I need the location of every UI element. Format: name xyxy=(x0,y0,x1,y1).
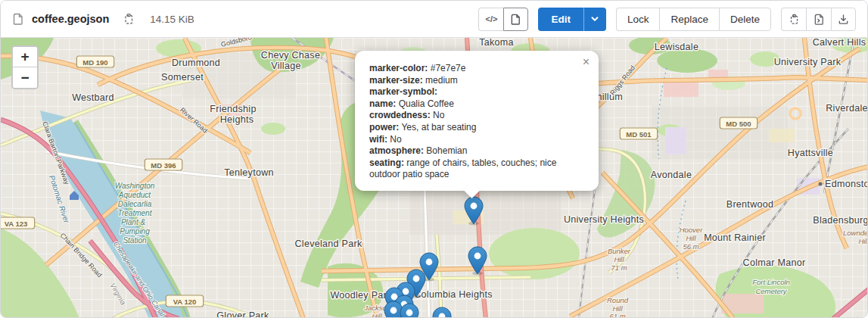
map-label: Somerset xyxy=(161,72,204,83)
map-label: Lowndes xyxy=(843,229,867,237)
map-label: Hyattsville xyxy=(788,148,833,158)
map-label: Chevy Chase xyxy=(261,50,320,61)
zoom-control: + − xyxy=(11,45,39,89)
popup-property: marker-color: #7e7e7e xyxy=(369,63,584,75)
marker-hole xyxy=(471,203,478,210)
map-label: Hoover xyxy=(680,226,703,234)
map-label: Tenleytown xyxy=(224,167,274,178)
map-label: Fort Lincoln xyxy=(752,278,790,286)
marker-hole xyxy=(426,259,433,266)
map-label: Washington xyxy=(115,182,155,190)
download-button[interactable] xyxy=(831,8,856,31)
popup-properties: marker-color: #7e7e7emarker-size: medium… xyxy=(369,63,584,181)
map-label: Riverdale xyxy=(826,103,867,114)
download-icon xyxy=(838,14,849,25)
map-label: Takoma xyxy=(479,38,514,48)
map-popup: × marker-color: #7e7e7emarker-size: medi… xyxy=(355,51,599,191)
chevron-down-icon xyxy=(590,14,599,23)
map-label: Brentwood xyxy=(726,199,773,210)
rendered-view-button[interactable] xyxy=(503,8,528,31)
filename: coffee.geojson xyxy=(32,13,109,25)
map-label: University Heights xyxy=(564,214,644,225)
file-actions-group: Lock Replace Delete xyxy=(616,8,771,31)
edit-dropdown-button[interactable] xyxy=(583,8,606,31)
map-label: Dalecarlia xyxy=(118,200,152,208)
popup-property: atmosphere: Bohemian xyxy=(369,145,584,157)
popup-property: crowdedness: No xyxy=(369,110,584,122)
code-view-button[interactable]: </> xyxy=(478,8,503,31)
snippet-card: coffee.geojson 14.15 KiB </> xyxy=(0,0,868,318)
map-label: Mount Rainier xyxy=(704,232,766,243)
popup-close-button[interactable]: × xyxy=(580,54,593,70)
clipboard-icon xyxy=(123,13,135,25)
map-label: Columbia Heights xyxy=(414,289,492,300)
zoom-out-button[interactable]: − xyxy=(13,67,37,88)
map-label: University Park xyxy=(774,57,842,67)
map-label: Lewisdale xyxy=(655,42,698,52)
delete-button[interactable]: Delete xyxy=(719,8,771,31)
map-marker-pin[interactable] xyxy=(384,301,403,318)
road-shield-label: VA 120 xyxy=(173,298,197,306)
copy-file-path-button[interactable] xyxy=(121,11,136,26)
map-label: Village xyxy=(271,61,300,71)
map-label: Westbard xyxy=(72,92,114,103)
map-label: Round xyxy=(607,296,629,304)
marker-hole xyxy=(474,253,481,260)
marker-hole xyxy=(390,307,397,314)
map-label: 61 m xyxy=(609,312,625,318)
map-label: Cemetery xyxy=(755,287,787,295)
popup-property: power: Yes, at bar seating xyxy=(369,122,584,134)
popup-property: seating: range of chairs, tables, couche… xyxy=(369,157,584,181)
road-shield-label: VA 123 xyxy=(5,220,28,228)
map-label: Hill xyxy=(372,312,382,318)
map-label: Colmar Manor xyxy=(743,257,806,268)
map-label: Hill xyxy=(686,234,696,242)
copy-contents-button[interactable] xyxy=(781,8,806,31)
open-raw-button[interactable] xyxy=(806,8,831,31)
road-shield-label: MD 501 xyxy=(626,130,652,139)
map-label: 71 m xyxy=(611,263,627,272)
file-tools-group xyxy=(781,8,856,31)
map-label: Station xyxy=(123,236,147,245)
map-label: Aqueduct xyxy=(118,191,151,199)
geojson-map[interactable]: MD 190MD 396MD 501MD 500VA 123VA 120 Tak… xyxy=(1,38,867,318)
popup-property: wifi: No xyxy=(369,134,584,146)
map-label: 56 m xyxy=(683,242,698,251)
view-toggle-group: </> xyxy=(478,8,528,31)
map-label: Bladensburg xyxy=(813,215,867,226)
map-label: Bunker xyxy=(608,247,631,255)
document-icon xyxy=(510,14,521,25)
marker-hole xyxy=(403,288,409,295)
copy-clipboard-icon xyxy=(789,14,800,25)
replace-button[interactable]: Replace xyxy=(659,8,719,31)
map-label: Jackso xyxy=(363,304,387,312)
marker-hole xyxy=(413,276,420,282)
popup-property: marker-symbol: xyxy=(369,86,584,98)
map-label: Pumping xyxy=(120,227,150,235)
map-label: Heights xyxy=(220,114,254,125)
road-shield-label: MD 500 xyxy=(726,120,751,128)
road-shield-label: MD 190 xyxy=(82,58,107,67)
edit-button[interactable]: Edit xyxy=(538,8,583,31)
file-size: 14.15 KiB xyxy=(150,14,194,25)
map-label: Drummond xyxy=(172,58,220,68)
popup-property: marker-size: medium xyxy=(369,75,584,87)
marker-hole xyxy=(406,310,413,316)
map-label: Plant & xyxy=(121,218,146,226)
lock-button[interactable]: Lock xyxy=(616,8,660,31)
edit-split-button: Edit xyxy=(538,8,606,31)
edmonston-dot xyxy=(819,182,823,186)
map-label: Avondale xyxy=(651,170,692,180)
map-marker-pin[interactable] xyxy=(400,304,418,318)
popup-property: name: Qualia Coffee xyxy=(369,98,584,111)
map-label: Calvert Hills xyxy=(813,38,866,48)
file-icon xyxy=(12,13,24,25)
map-label: Woodley Park xyxy=(330,290,392,301)
map-label: Treatment xyxy=(118,209,153,217)
map-label: Hill xyxy=(614,255,624,263)
map-label: Glover Park xyxy=(216,310,269,318)
map-label: Hill xyxy=(858,237,867,245)
road-shield-label: MD 396 xyxy=(151,161,176,170)
map-label: Cleveland Park xyxy=(295,238,362,249)
zoom-in-button[interactable]: + xyxy=(13,47,37,67)
